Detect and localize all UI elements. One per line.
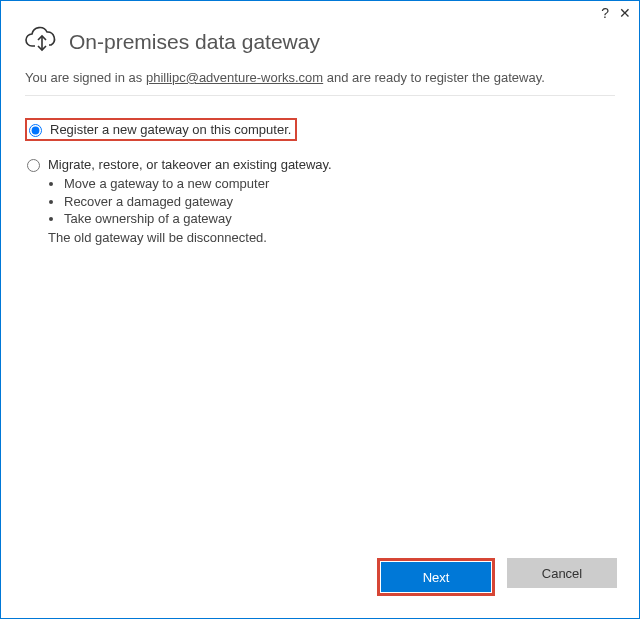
titlebar-controls: ? ✕ xyxy=(601,5,631,21)
option-register[interactable]: Register a new gateway on this computer. xyxy=(25,118,297,141)
signed-in-prefix: You are signed in as xyxy=(25,70,146,85)
bullet-recover: Recover a damaged gateway xyxy=(64,193,332,211)
signed-in-text: You are signed in as phillipc@adventure-… xyxy=(25,70,615,85)
bullet-ownership: Take ownership of a gateway xyxy=(64,210,332,228)
cancel-button[interactable]: Cancel xyxy=(507,558,617,588)
migrate-details: Move a gateway to a new computer Recover… xyxy=(48,175,332,245)
option-migrate[interactable]: Migrate, restore, or takeover an existin… xyxy=(25,155,615,247)
option-migrate-body: Migrate, restore, or takeover an existin… xyxy=(48,157,332,245)
bullet-move: Move a gateway to a new computer xyxy=(64,175,332,193)
migrate-note: The old gateway will be disconnected. xyxy=(48,230,332,245)
signed-in-suffix: and are ready to register the gateway. xyxy=(323,70,545,85)
dialog-window: ? ✕ On-premises data gateway You are sig… xyxy=(0,0,640,619)
user-email-link[interactable]: phillipc@adventure-works.com xyxy=(146,70,323,85)
cloud-icon xyxy=(25,25,59,58)
next-button[interactable]: Next xyxy=(381,562,491,592)
dialog-header: On-premises data gateway xyxy=(25,25,615,58)
next-button-highlight: Next xyxy=(377,558,495,596)
close-icon[interactable]: ✕ xyxy=(619,5,631,21)
dialog-content: On-premises data gateway You are signed … xyxy=(1,1,639,247)
option-migrate-label: Migrate, restore, or takeover an existin… xyxy=(48,157,332,172)
dialog-title: On-premises data gateway xyxy=(69,30,320,54)
dialog-footer: Next Cancel xyxy=(377,558,617,596)
help-icon[interactable]: ? xyxy=(601,5,609,21)
divider xyxy=(25,95,615,96)
radio-register[interactable] xyxy=(29,124,42,137)
option-register-label: Register a new gateway on this computer. xyxy=(50,122,291,137)
radio-migrate[interactable] xyxy=(27,159,40,172)
